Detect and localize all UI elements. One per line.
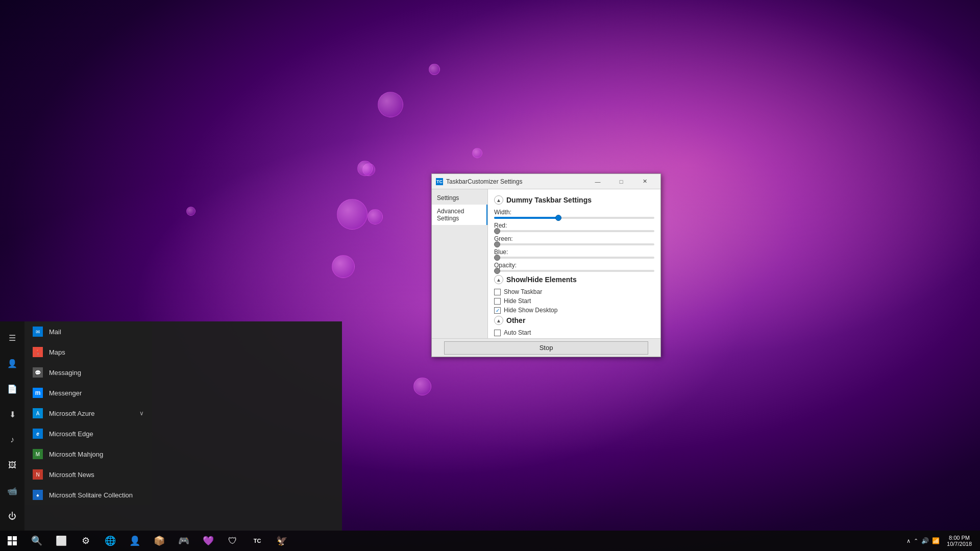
taskbar-game-icon[interactable]: 🎮 [172, 531, 196, 551]
azure-icon: A [33, 408, 43, 418]
other-section-title: Other [506, 316, 525, 324]
width-field: Width: [494, 209, 654, 219]
deco-bubble [429, 64, 440, 75]
tc-win-controls: — □ ✕ [586, 174, 656, 189]
sidebar-item-downloads[interactable]: ⬇ [0, 402, 24, 427]
app-label-solitaire: Microsoft Solitaire Collection [49, 491, 133, 499]
hide-start-item: Hide Start [494, 297, 654, 305]
dummy-collapse-button[interactable]: ▲ [494, 195, 503, 205]
app-item-news[interactable]: N Microsoft News [24, 464, 152, 485]
red-slider[interactable] [494, 230, 654, 232]
solitaire-icon: ♠ [33, 490, 43, 500]
app-item-messenger[interactable]: m Messenger [24, 383, 152, 403]
width-label: Width: [494, 209, 654, 216]
app-item-mail[interactable]: ✉ Mail [24, 321, 152, 342]
width-slider-thumb[interactable] [555, 215, 561, 221]
app-label-maps: Maps [49, 348, 65, 356]
sidebar-item-user[interactable]: 👤 [0, 351, 24, 375]
blue-slider-thumb[interactable] [494, 255, 500, 261]
start-button[interactable] [0, 531, 24, 551]
svg-rect-3 [13, 541, 17, 545]
taskbar-user-icon[interactable]: 👤 [122, 531, 147, 551]
dummy-section-title: Dummy Taskbar Settings [506, 196, 592, 204]
red-slider-thumb[interactable] [494, 228, 500, 234]
taskbar-tc-icon[interactable]: TC [245, 531, 270, 551]
green-slider-thumb[interactable] [494, 241, 500, 247]
app-label-mahjong: Microsoft Mahjong [49, 450, 103, 458]
taskbar: 🔍 ⬜ ⚙ 🌐 👤 📦 🎮 💜 🛡 TC 🦅 ∧ ⌃ 🔊 📶 8:00 PM 1… [0, 531, 980, 551]
app-item-maps[interactable]: 📍 Maps [24, 342, 152, 362]
stop-button[interactable]: Stop [444, 341, 648, 355]
showhide-collapse-button[interactable]: ▲ [494, 275, 503, 284]
app-item-solitaire[interactable]: ♠ Microsoft Solitaire Collection [24, 485, 152, 505]
tc-title-text: TaskbarCustomizer Settings [446, 178, 586, 185]
opacity-slider[interactable] [494, 270, 654, 272]
auto-start-checkbox[interactable] [494, 330, 501, 336]
opacity-label: Opacity: [494, 262, 654, 269]
sidebar-item-power[interactable]: ⏻ [0, 504, 24, 529]
app-label-messaging: Messaging [49, 369, 81, 377]
dummy-section-header: ▲ Dummy Taskbar Settings [494, 195, 654, 205]
blue-field: Blue: [494, 248, 654, 259]
sidebar-item-music[interactable]: ♪ [0, 428, 24, 452]
show-taskbar-item: Show Taskbar [494, 288, 654, 295]
deco-bubble [378, 92, 403, 117]
app-label-edge: Microsoft Edge [49, 430, 93, 438]
red-field: Red: [494, 222, 654, 232]
app-label-news: Microsoft News [49, 471, 94, 479]
taskbar-shield-icon[interactable]: 🛡 [220, 531, 245, 551]
hide-show-desktop-label: Hide Show Desktop [504, 307, 557, 314]
hide-show-desktop-checkbox[interactable] [494, 307, 501, 314]
taskbar-browser-icon[interactable]: 🌐 [98, 531, 122, 551]
showhide-section-header: ▲ Show/Hide Elements [494, 275, 654, 284]
taskbar-search-icon[interactable]: 🔍 [24, 531, 49, 551]
taskbar-task-view-icon[interactable]: ⬜ [49, 531, 74, 551]
taskbar-time-display: 8:00 PM [949, 535, 970, 541]
systray-wifi-icon[interactable]: 📶 [932, 537, 940, 544]
taskbar-settings-icon[interactable]: ⚙ [74, 531, 98, 551]
opacity-slider-thumb[interactable] [494, 268, 500, 274]
nav-item-settings[interactable]: Settings [432, 191, 487, 205]
show-taskbar-checkbox[interactable] [494, 289, 501, 295]
deco-bubble [368, 209, 383, 224]
systray-up-arrow[interactable]: ∧ [906, 538, 911, 544]
nav-item-advanced-settings[interactable]: Advanced Settings [432, 205, 487, 225]
tc-title-icon: TC [436, 178, 443, 185]
auto-start-label: Auto Start [504, 329, 531, 336]
showhide-section-title: Show/Hide Elements [506, 276, 577, 284]
app-item-edge[interactable]: e Microsoft Edge [24, 423, 152, 444]
app-item-azure[interactable]: A Microsoft Azure ∨ [24, 403, 152, 423]
start-apps-list: ✉ Mail 📍 Maps 💬 Messaging m Messenger A … [24, 321, 152, 505]
systray-volume-icon[interactable]: 🔊 [921, 537, 929, 544]
show-taskbar-label: Show Taskbar [504, 288, 542, 295]
mahjong-icon: M [33, 449, 43, 459]
other-collapse-button[interactable]: ▲ [494, 316, 503, 325]
sidebar-item-video[interactable]: 📹 [0, 479, 24, 503]
auto-start-item: Auto Start [494, 329, 654, 336]
minimize-button[interactable]: — [586, 174, 609, 189]
app-label-azure: Microsoft Azure [49, 410, 95, 417]
close-button[interactable]: ✕ [633, 174, 656, 189]
taskbar-bird-icon[interactable]: 🦅 [270, 531, 294, 551]
taskbar-heart-icon[interactable]: 💜 [196, 531, 220, 551]
taskbar-package-icon[interactable]: 📦 [147, 531, 172, 551]
deco-bubble [186, 207, 195, 216]
hide-start-checkbox[interactable] [494, 298, 501, 305]
app-item-messaging[interactable]: 💬 Messaging [24, 362, 152, 383]
width-slider[interactable] [494, 217, 654, 219]
maximize-button[interactable]: □ [609, 174, 633, 189]
app-label-messenger: Messenger [49, 389, 82, 397]
taskbar-clock[interactable]: 8:00 PM 10/7/2018 [943, 535, 976, 547]
messaging-icon: 💬 [33, 367, 43, 378]
sidebar-item-hamburger[interactable]: ☰ [0, 325, 24, 350]
sidebar-item-pictures[interactable]: 🖼 [0, 453, 24, 478]
start-sidebar: ☰ 👤 📄 ⬇ ♪ 🖼 📹 ⏻ [0, 321, 24, 531]
other-section-header: ▲ Other [494, 316, 654, 325]
green-slider[interactable] [494, 243, 654, 245]
tc-content: ▲ Dummy Taskbar Settings Width: Red: [488, 189, 660, 338]
app-item-mahjong[interactable]: M Microsoft Mahjong [24, 444, 152, 464]
sidebar-item-documents[interactable]: 📄 [0, 377, 24, 401]
svg-rect-1 [13, 536, 17, 540]
blue-slider[interactable] [494, 257, 654, 259]
tc-nav: Settings Advanced Settings [432, 189, 488, 338]
